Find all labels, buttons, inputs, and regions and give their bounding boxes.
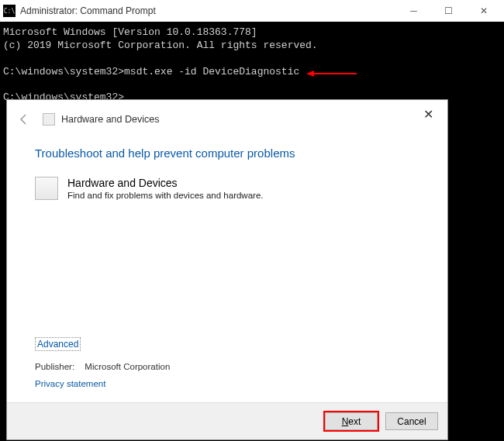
window-controls: ─ ☐ ✕ bbox=[396, 0, 501, 22]
privacy-link[interactable]: Privacy statement bbox=[35, 379, 105, 388]
troubleshooter-dialog: ✕ Hardware and Devices Troubleshoot and … bbox=[6, 99, 448, 440]
cmd-icon: C:\ bbox=[3, 5, 16, 17]
device-icon bbox=[35, 177, 58, 200]
publisher-label: Publisher: bbox=[35, 362, 74, 371]
dialog-close-icon[interactable]: ✕ bbox=[416, 106, 440, 122]
dialog-header-icon bbox=[43, 113, 55, 126]
publisher-row: Publisher: Microsoft Corporation bbox=[35, 362, 419, 371]
troubleshooter-item: Hardware and Devices Find and fix proble… bbox=[35, 177, 419, 200]
cmd-title: Administrator: Command Prompt bbox=[20, 5, 396, 16]
close-button[interactable]: ✕ bbox=[466, 0, 501, 22]
item-title: Hardware and Devices bbox=[67, 177, 264, 189]
next-button[interactable]: Next bbox=[325, 412, 378, 430]
maximize-button[interactable]: ☐ bbox=[431, 0, 466, 22]
item-description: Find and fix problems with devices and h… bbox=[67, 191, 264, 200]
back-arrow-icon[interactable] bbox=[16, 112, 32, 127]
dialog-lower: Advanced Publisher: Microsoft Corporatio… bbox=[7, 336, 447, 402]
dialog-footer: Next Cancel bbox=[7, 402, 447, 439]
cmd-titlebar: C:\ Administrator: Command Prompt ─ ☐ ✕ bbox=[0, 0, 504, 22]
advanced-link[interactable]: Advanced bbox=[35, 337, 81, 351]
dialog-header-text: Hardware and Devices bbox=[61, 114, 159, 125]
cancel-button[interactable]: Cancel bbox=[385, 412, 438, 430]
minimize-button[interactable]: ─ bbox=[396, 0, 431, 22]
dialog-header: Hardware and Devices bbox=[7, 100, 447, 139]
publisher-value: Microsoft Corporation bbox=[85, 362, 170, 371]
dialog-heading: Troubleshoot and help prevent computer p… bbox=[35, 146, 419, 160]
next-label: ext bbox=[348, 416, 361, 427]
dialog-body: Troubleshoot and help prevent computer p… bbox=[7, 139, 447, 336]
